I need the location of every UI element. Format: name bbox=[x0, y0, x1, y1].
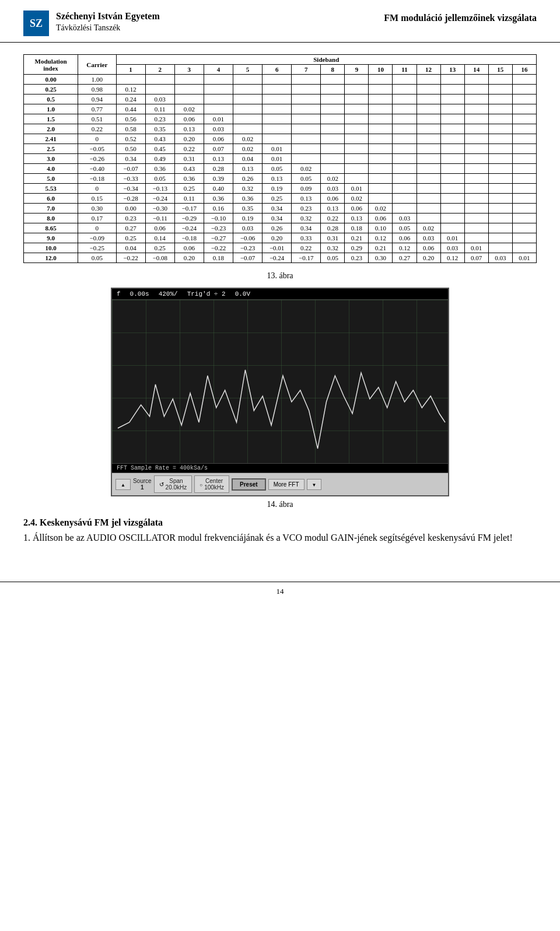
cell-sideband-3: 0.02 bbox=[174, 104, 204, 114]
cell-carrier: −0.40 bbox=[78, 164, 116, 174]
cell-sideband-12 bbox=[416, 94, 440, 104]
cell-sideband-5 bbox=[233, 85, 262, 94]
cell-sideband-3 bbox=[174, 75, 204, 85]
cell-sideband-7 bbox=[292, 134, 321, 144]
cell-sideband-12 bbox=[416, 164, 440, 174]
cell-sideband-6: 0.19 bbox=[262, 184, 292, 194]
cell-sideband-6: 0.05 bbox=[262, 164, 292, 174]
cell-sideband-13 bbox=[440, 104, 464, 114]
main-content: Modulationindex Carrier Sideband 1 2 3 4… bbox=[0, 43, 560, 564]
cell-sideband-6: 0.01 bbox=[262, 144, 292, 154]
cell-sideband-5: 0.26 bbox=[233, 174, 262, 184]
cell-sideband-2: 0.05 bbox=[145, 174, 174, 184]
scope-voltage: 0.0V bbox=[235, 290, 250, 298]
cell-modulation-index: 1.0 bbox=[24, 104, 78, 114]
cell-sideband-10 bbox=[369, 124, 393, 134]
cell-sideband-14 bbox=[464, 104, 488, 114]
cell-modulation-index: 1.5 bbox=[24, 114, 78, 124]
scope-arrow-up-button[interactable] bbox=[116, 479, 131, 490]
cell-sideband-9 bbox=[345, 124, 369, 134]
cell-sideband-16 bbox=[512, 204, 536, 214]
scope-arrow-down-button[interactable] bbox=[307, 479, 322, 490]
cell-sideband-11 bbox=[393, 184, 416, 194]
cell-sideband-11 bbox=[393, 204, 416, 214]
cell-sideband-5: 0.02 bbox=[233, 144, 262, 154]
table-row: 5.530−0.34−0.130.250.400.320.190.090.030… bbox=[24, 184, 537, 194]
cell-sideband-3 bbox=[174, 94, 204, 104]
cell-sideband-8: 0.02 bbox=[321, 174, 345, 184]
cell-sideband-9 bbox=[345, 134, 369, 144]
scope-span-button[interactable]: Span 20.0kHz bbox=[154, 475, 192, 493]
cell-sideband-1: 0.23 bbox=[116, 214, 145, 223]
cell-sideband-12 bbox=[416, 85, 440, 94]
cell-sideband-11: 0.06 bbox=[393, 233, 416, 243]
page-header: SZ Széchenyi István Egyetem Távközlési T… bbox=[0, 0, 560, 43]
cell-sideband-7: 0.23 bbox=[292, 204, 321, 214]
table-row: 12.00.05−0.22−0.080.200.18−0.07−0.24−0.1… bbox=[24, 253, 537, 263]
cell-carrier: 0.77 bbox=[78, 104, 116, 114]
cell-sideband-14 bbox=[464, 194, 488, 204]
cell-sideband-10: 0.12 bbox=[369, 233, 393, 243]
cell-sideband-16 bbox=[512, 164, 536, 174]
cell-sideband-15: 0.03 bbox=[488, 253, 512, 263]
cell-sideband-4: 0.36 bbox=[204, 194, 233, 204]
cell-modulation-index: 4.0 bbox=[24, 164, 78, 174]
source-control: Source 1 bbox=[133, 478, 152, 491]
cell-sideband-10: 0.02 bbox=[369, 204, 393, 214]
cell-sideband-4 bbox=[204, 85, 233, 94]
scope-controls-bar[interactable]: Source 1 Span 20.0kHz Center 100kHz bbox=[112, 473, 448, 495]
cell-sideband-6 bbox=[262, 134, 292, 144]
cell-carrier: 0.98 bbox=[78, 85, 116, 94]
preset-button[interactable]: Preset bbox=[232, 478, 266, 491]
cell-sideband-6 bbox=[262, 75, 292, 85]
table-row: 1.50.510.560.230.060.01 bbox=[24, 114, 537, 124]
cell-carrier: 0.22 bbox=[78, 124, 116, 134]
cell-sideband-16 bbox=[512, 144, 536, 154]
th-sb-11: 11 bbox=[393, 65, 416, 75]
cell-sideband-12 bbox=[416, 104, 440, 114]
cell-sideband-8 bbox=[321, 114, 345, 124]
scope-center-button[interactable]: Center 100kHz bbox=[194, 475, 229, 493]
cell-sideband-7 bbox=[292, 144, 321, 154]
cell-sideband-16 bbox=[512, 104, 536, 114]
cell-sideband-6 bbox=[262, 85, 292, 94]
scope-time: 0.00s bbox=[130, 290, 149, 298]
cell-sideband-11 bbox=[393, 114, 416, 124]
cell-sideband-15 bbox=[488, 94, 512, 104]
cell-sideband-7: 0.34 bbox=[292, 223, 321, 233]
cell-sideband-12: 0.06 bbox=[416, 243, 440, 253]
cell-sideband-9: 0.23 bbox=[345, 253, 369, 263]
cell-sideband-6 bbox=[262, 94, 292, 104]
cell-sideband-4 bbox=[204, 75, 233, 85]
cell-sideband-6 bbox=[262, 124, 292, 134]
cell-sideband-14 bbox=[464, 124, 488, 134]
cell-carrier: 0.05 bbox=[78, 253, 116, 263]
scope-sample-rate: FFT Sample Rate = 400kSa/s bbox=[112, 463, 448, 473]
cell-sideband-14 bbox=[464, 114, 488, 124]
cell-sideband-6: 0.26 bbox=[262, 223, 292, 233]
cell-sideband-1: 0.44 bbox=[116, 104, 145, 114]
cell-sideband-8 bbox=[321, 154, 345, 164]
cell-carrier: 0.17 bbox=[78, 214, 116, 223]
cell-sideband-13 bbox=[440, 85, 464, 94]
cell-sideband-16: 0.01 bbox=[512, 253, 536, 263]
cell-sideband-1: −0.28 bbox=[116, 194, 145, 204]
cell-sideband-13 bbox=[440, 164, 464, 174]
cell-sideband-9: 0.06 bbox=[345, 204, 369, 214]
more-fft-button[interactable]: More FFT bbox=[268, 479, 304, 490]
cell-sideband-1: 0.56 bbox=[116, 114, 145, 124]
section-item-1: 1. Állítson be az AUDIO OSCILLATOR modul… bbox=[23, 533, 537, 543]
cell-sideband-7: 0.09 bbox=[292, 184, 321, 194]
page-number: 14 bbox=[0, 582, 560, 596]
refresh-icon bbox=[159, 481, 164, 488]
cell-sideband-4: 0.16 bbox=[204, 204, 233, 214]
table-row: 1.00.770.440.110.02 bbox=[24, 104, 537, 114]
cell-sideband-13: 0.03 bbox=[440, 243, 464, 253]
cell-sideband-15 bbox=[488, 124, 512, 134]
th-sb-3: 3 bbox=[174, 65, 204, 75]
table-row: 9.0−0.090.250.14−0.18−0.27−0.060.200.330… bbox=[24, 233, 537, 243]
table-row: 2.5−0.050.500.450.220.070.020.01 bbox=[24, 144, 537, 154]
cell-sideband-7 bbox=[292, 124, 321, 134]
table-row: 3.0−0.260.340.490.310.130.040.01 bbox=[24, 154, 537, 164]
cell-sideband-7: −0.17 bbox=[292, 253, 321, 263]
